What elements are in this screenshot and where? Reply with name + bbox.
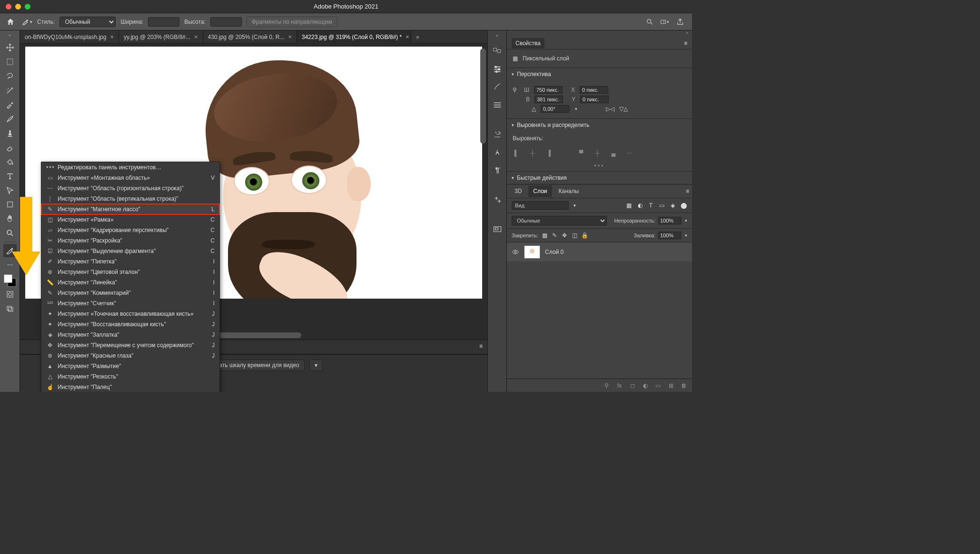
3d-tab[interactable]: 3D (510, 185, 526, 197)
filter-shape-icon[interactable]: ▭ (658, 202, 665, 209)
libraries-panel-icon[interactable] (492, 99, 503, 110)
style-select[interactable]: Обычный (59, 17, 116, 27)
link-layers-icon[interactable]: ⚲ (603, 382, 610, 389)
bucket-tool[interactable] (3, 155, 17, 168)
tool-menu-item[interactable]: ✦Инструмент "Восстанавливающая кисть"J (41, 319, 219, 330)
tool-menu-item[interactable]: ✥Инструмент "Перемещение с учетом содерж… (41, 340, 219, 350)
document-tab[interactable]: on-BfWDyQ10uMk-unsplash.jpg× (20, 30, 119, 44)
lock-paint-icon[interactable]: ✎ (551, 232, 558, 239)
eyedropper-tool[interactable] (3, 98, 17, 111)
align-right-icon[interactable]: ▐ (544, 148, 554, 158)
filter-toggle-icon[interactable]: ⬤ (680, 202, 687, 209)
trash-icon[interactable]: 🗑 (680, 382, 687, 389)
close-icon[interactable]: × (288, 33, 292, 40)
tool-menu-item[interactable]: ☝Инструмент "Палец" (41, 382, 219, 392)
flip-h-icon[interactable]: ▷◁ (606, 106, 614, 112)
adjustments-panel-icon[interactable] (492, 63, 503, 74)
horizontal-scrollbar[interactable] (206, 332, 301, 338)
quickmask-tool[interactable] (3, 288, 17, 301)
tool-menu-item[interactable]: 📏Инструмент "Линейка"I (41, 277, 219, 288)
tool-menu-item[interactable]: ⊕Инструмент "Красные глаза"J (41, 350, 219, 361)
document-tab[interactable]: 34223.jpg @ 319% (Слой 0, RGB/8#) *× (297, 30, 411, 44)
layer-thumbnail[interactable] (524, 245, 540, 259)
eraser-tool[interactable] (3, 141, 17, 154)
opacity-field[interactable] (658, 217, 681, 224)
toolbox-expand[interactable]: » (0, 33, 20, 40)
document-tab[interactable]: 430.jpg @ 205% (Слой 0, R...× (203, 30, 297, 44)
brush-tool[interactable] (3, 112, 17, 126)
tool-menu-item[interactable]: △Инструмент "Резкость" (41, 371, 219, 382)
align-section[interactable]: ▾Выровнять и распределить (507, 118, 692, 131)
height-input[interactable] (210, 17, 242, 27)
width-field[interactable] (534, 86, 563, 94)
tool-menu-item[interactable]: ▱Инструмент "Кадрирование перспективы"C (41, 225, 219, 235)
new-layer-icon[interactable]: ⊞ (667, 382, 674, 389)
flip-v-icon[interactable]: ▽△ (619, 106, 628, 112)
blend-mode-select[interactable]: Обычные (512, 216, 607, 225)
workspace-icon[interactable]: ▾ (661, 18, 669, 26)
tool-menu-item[interactable]: ◈Инструмент "Заплатка"J (41, 330, 219, 340)
distribute-icon[interactable]: ⋯ (625, 148, 634, 158)
panel-menu-icon[interactable]: ≡ (686, 188, 689, 194)
y-field[interactable] (580, 96, 609, 103)
guides-button[interactable]: Фрагменты по направляющим (247, 17, 337, 27)
maximize-window[interactable] (25, 4, 30, 10)
tool-menu-item[interactable]: ▭Инструмент «Монтажная область»V (41, 173, 219, 183)
move-tool[interactable] (3, 41, 17, 54)
edit-toolbar-item[interactable]: •••Редактировать панель инструментов… (41, 162, 219, 173)
tool-menu-item[interactable]: ✎Инструмент "Комментарий"I (41, 288, 219, 298)
stamp-tool[interactable] (3, 126, 17, 140)
channels-tab[interactable]: Каналы (554, 185, 584, 197)
x-field[interactable] (580, 86, 608, 94)
tool-menu-item[interactable]: ⋯Инструмент "Область (горизонтальная стр… (41, 183, 219, 194)
search-icon[interactable] (645, 18, 654, 26)
align-bottom-icon[interactable]: ▄ (609, 148, 618, 158)
adjust-layer-icon[interactable]: ◐ (642, 382, 649, 389)
character-panel-icon[interactable] (492, 146, 503, 158)
tool-menu-item[interactable]: ✐Инструмент "Пипетка"I (41, 256, 219, 267)
share-icon[interactable] (676, 18, 684, 26)
filter-pixel-icon[interactable]: ▦ (625, 202, 633, 209)
tool-menu-item[interactable]: ◫Инструмент «Рамка»C (41, 214, 219, 225)
type-tool[interactable] (3, 169, 17, 183)
lasso-tool[interactable] (3, 69, 17, 83)
panel-menu-icon[interactable]: ≡ (684, 40, 687, 47)
current-tool-icon[interactable]: ▾ (22, 17, 32, 27)
dock-expand[interactable]: « (496, 33, 498, 38)
layers-tab[interactable]: Слои (528, 185, 552, 197)
lock-all-icon[interactable]: 🔒 (581, 232, 588, 239)
lock-pos-icon[interactable]: ✥ (561, 232, 568, 239)
align-center-v-icon[interactable]: ┼ (593, 148, 602, 158)
close-icon[interactable]: × (406, 33, 409, 40)
document-tab[interactable]: yy.jpg @ 203% (RGB/8#...× (119, 30, 203, 44)
timeline-dropdown[interactable]: ▾ (309, 360, 323, 371)
quick-actions-section[interactable]: ▾Быстрые действия (507, 171, 692, 184)
perspective-section[interactable]: ▾Перспектива (507, 68, 692, 80)
marquee-tool[interactable] (3, 55, 17, 68)
layer-search[interactable] (512, 201, 569, 210)
home-button[interactable] (4, 15, 17, 29)
path-tool[interactable] (3, 184, 17, 197)
filter-type-icon[interactable]: T (647, 202, 654, 209)
history-panel-icon[interactable] (492, 128, 503, 140)
more-icon[interactable]: ••• (507, 161, 692, 171)
height-field[interactable] (535, 96, 563, 103)
tool-menu-item[interactable]: ✎Инструмент "Магнитное лассо"L (41, 204, 219, 214)
link-icon[interactable]: ⚲ (513, 87, 517, 93)
filter-adjust-icon[interactable]: ◐ (636, 202, 643, 209)
mask-icon[interactable]: ◻ (629, 382, 636, 389)
paragraph-panel-icon[interactable] (492, 165, 503, 176)
properties-tab[interactable]: Свойства (512, 38, 544, 49)
tool-menu-item[interactable]: ✦Инструмент «Точечная восстанавливающая … (41, 309, 219, 319)
screenmode-tool[interactable] (3, 302, 17, 315)
brushes-panel-icon[interactable] (492, 81, 503, 92)
tool-menu-item[interactable]: ⋮Инструмент "Область (вертикальная строк… (41, 194, 219, 204)
fx-icon[interactable]: fx (616, 382, 623, 389)
panel-menu-icon[interactable]: ≡ (479, 343, 483, 351)
tool-menu-item[interactable]: ⊕Инструмент "Цветовой эталон"I (41, 267, 219, 277)
color-panel-icon[interactable] (492, 45, 503, 56)
close-icon[interactable]: × (110, 33, 114, 40)
align-center-h-icon[interactable]: ┼ (528, 148, 537, 158)
minimize-window[interactable] (15, 4, 21, 10)
layer-name[interactable]: Слой 0 (545, 249, 564, 255)
